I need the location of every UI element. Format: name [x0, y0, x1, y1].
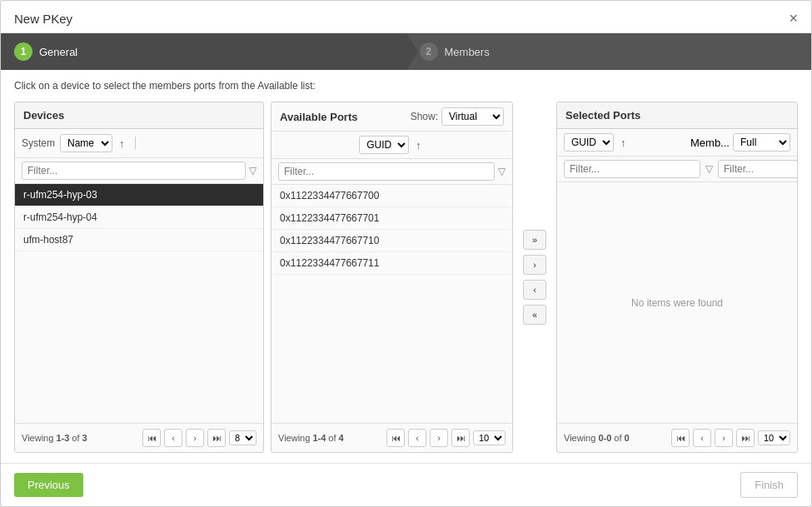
list-item[interactable]: 0x1122334477667711: [271, 252, 512, 275]
available-last-page-button[interactable]: ⏭: [451, 429, 470, 447]
devices-prev-page-button[interactable]: ‹: [164, 429, 182, 447]
devices-next-page-button[interactable]: ›: [186, 429, 204, 447]
available-toolbar: Available Ports Show: Virtual Physical A…: [271, 102, 512, 132]
available-page-size-select[interactable]: 10: [473, 430, 506, 445]
no-items-message: No items were found: [557, 182, 797, 423]
selected-viewing-text: Viewing 0-0 of 0: [564, 433, 668, 443]
list-item[interactable]: r-ufm254-hyp-04: [15, 206, 263, 229]
list-item[interactable]: ufm-host87: [15, 229, 263, 251]
dialog-header: New PKey ×: [1, 1, 811, 33]
show-label: Show:: [411, 111, 438, 122]
devices-filter-input[interactable]: [22, 162, 246, 180]
available-prev-page-button[interactable]: ‹: [408, 429, 426, 447]
devices-first-page-button[interactable]: ⏮: [142, 429, 161, 447]
available-first-page-button[interactable]: ⏮: [386, 429, 405, 447]
dialog-title: New PKey: [14, 12, 72, 26]
devices-toolbar: System Name ↑: [15, 129, 263, 158]
move-right-button[interactable]: ›: [523, 255, 546, 275]
step-general-number: 1: [14, 42, 32, 61]
available-panel-header: Available Ports: [280, 111, 357, 123]
devices-list: r-ufm254-hyp-03 r-ufm254-hyp-04 ufm-host…: [15, 184, 263, 423]
list-item[interactable]: r-ufm254-hyp-03: [15, 184, 263, 206]
devices-filter-clear-button[interactable]: ▽: [249, 165, 257, 176]
move-all-right-button[interactable]: »: [523, 230, 546, 250]
step-members-label: Members: [445, 46, 490, 58]
selected-filter-input-1[interactable]: [564, 160, 700, 178]
step-members[interactable]: 2 Members: [406, 33, 812, 70]
selected-next-page-button[interactable]: ›: [715, 429, 733, 447]
transfer-buttons: » › ‹ «: [520, 102, 550, 453]
selected-sort-asc-button[interactable]: ↑: [617, 135, 630, 151]
devices-page-size-select[interactable]: 8: [229, 430, 257, 445]
available-guid-row: GUID ↑: [271, 132, 512, 159]
devices-sort-asc-button[interactable]: ↑: [116, 136, 128, 152]
selected-pagination: Viewing 0-0 of 0 ⏮ ‹ › ⏭ 10: [557, 423, 797, 452]
selected-ports-panel: Selected Ports GUID ↑ Memb... Full Limit…: [556, 102, 798, 453]
panels-container: Devices System Name ↑ ▽ r-ufm254-hyp-03 …: [14, 102, 798, 453]
wizard-steps: 1 General 2 Members: [1, 33, 811, 70]
list-item[interactable]: 0x1122334477667701: [271, 207, 512, 230]
available-sort-asc-button[interactable]: ↑: [412, 137, 425, 153]
available-filter-input[interactable]: [278, 162, 495, 181]
show-select[interactable]: Virtual Physical All: [441, 107, 504, 126]
instruction-text: Click on a device to select the members …: [14, 80, 798, 92]
step-members-number: 2: [420, 42, 438, 61]
finish-button[interactable]: Finish: [740, 472, 798, 498]
available-ports-panel: Available Ports Show: Virtual Physical A…: [271, 102, 513, 453]
available-next-page-button[interactable]: ›: [430, 429, 448, 447]
selected-filter-row: ▽ ▽: [557, 157, 797, 182]
devices-panel: Devices System Name ↑ ▽ r-ufm254-hyp-03 …: [14, 102, 264, 453]
show-group: Show: Virtual Physical All: [411, 107, 504, 126]
selected-last-page-button[interactable]: ⏭: [736, 429, 755, 447]
available-ports-list: 0x1122334477667700 0x1122334477667701 0x…: [271, 185, 512, 423]
devices-sort-select[interactable]: Name: [60, 134, 112, 152]
previous-button[interactable]: Previous: [14, 473, 83, 497]
list-item[interactable]: 0x1122334477667710: [271, 230, 512, 252]
toolbar-separator: [135, 137, 136, 150]
devices-last-page-button[interactable]: ⏭: [207, 429, 226, 447]
selected-panel-header: Selected Ports: [557, 102, 797, 129]
system-label: System: [22, 137, 55, 149]
selected-filter-input-2[interactable]: [718, 160, 798, 178]
devices-pagination: Viewing 1-3 of 3 ⏮ ‹ › ⏭ 8: [15, 423, 263, 452]
devices-filter-row: ▽: [15, 158, 263, 184]
main-content: Click on a device to select the members …: [1, 70, 811, 463]
move-all-left-button[interactable]: «: [523, 305, 546, 325]
close-button[interactable]: ×: [789, 11, 798, 26]
available-filter-clear-button[interactable]: ▽: [498, 166, 506, 177]
selected-page-size-select[interactable]: 10: [758, 430, 790, 445]
memb-label: Memb...: [690, 137, 730, 149]
step-general[interactable]: 1 General: [1, 33, 406, 70]
dialog-footer: Previous Finish: [1, 463, 811, 506]
devices-viewing-text: Viewing 1-3 of 3: [22, 433, 139, 443]
devices-panel-header: Devices: [15, 102, 263, 129]
new-pkey-dialog: New PKey × 1 General 2 Members Click on …: [0, 0, 812, 507]
move-left-button[interactable]: ‹: [523, 280, 546, 300]
selected-prev-page-button[interactable]: ‹: [693, 429, 711, 447]
selected-filter-clear-1-button[interactable]: ▽: [705, 163, 713, 175]
step-general-label: General: [39, 46, 77, 58]
available-filter-row: ▽: [271, 159, 512, 185]
available-guid-select[interactable]: GUID: [359, 136, 409, 154]
available-viewing-text: Viewing 1-4 of 4: [278, 433, 383, 443]
list-item[interactable]: 0x1122334477667700: [271, 185, 512, 207]
selected-guid-select[interactable]: GUID: [564, 133, 614, 152]
selected-first-page-button[interactable]: ⏮: [671, 429, 690, 447]
selected-guid-row: GUID ↑ Memb... Full Limited: [557, 129, 797, 157]
full-select[interactable]: Full Limited: [733, 133, 790, 152]
available-pagination: Viewing 1-4 of 4 ⏮ ‹ › ⏭ 10: [271, 423, 512, 452]
